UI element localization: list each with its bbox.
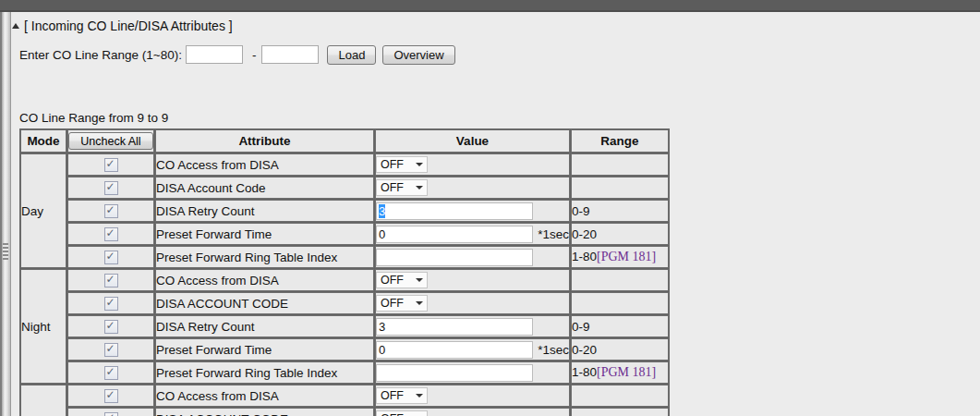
value-input[interactable]: 3	[376, 318, 533, 336]
range-text: 0-9	[572, 204, 590, 218]
range-cell: 1-80[PGM 181]	[571, 246, 669, 268]
header-attribute: Attribute	[155, 129, 374, 153]
value-cell	[375, 361, 570, 384]
checkbox-check-icon: ✓	[106, 319, 115, 332]
panel-title-row: [ Incoming CO Line/DISA Attributes ]	[12, 18, 980, 33]
table-row: ✓DISA ACCOUNT CODEOFF	[20, 408, 669, 416]
range-cell: 0-9	[571, 315, 669, 337]
value-cell: OFF	[375, 385, 570, 407]
range-text: 1-80	[572, 250, 597, 263]
main-panel: [ Incoming CO Line/DISA Attributes ] Ent…	[11, 12, 980, 416]
value-input[interactable]	[376, 249, 533, 266]
value-select[interactable]: OFF	[376, 295, 428, 312]
row-checkbox[interactable]: ✓	[104, 158, 118, 172]
range-entry-row: Enter CO Line Range (1~80): - Load Overv…	[19, 44, 980, 65]
table-row: ✓CO Access from DISAOFF	[20, 385, 669, 407]
value-cell: OFF	[375, 292, 570, 314]
value-cell	[375, 246, 570, 268]
checkbox-cell: ✓	[67, 153, 154, 176]
range-text: 1-80	[572, 365, 597, 379]
chevron-down-icon	[416, 278, 423, 282]
checkbox-check-icon: ✓	[106, 203, 115, 216]
table-row: Night✓CO Access from DISAOFF	[20, 269, 669, 291]
row-checkbox[interactable]: ✓	[104, 389, 118, 403]
checkbox-check-icon: ✓	[106, 226, 115, 239]
attribute-label: DISA ACCOUNT CODE	[155, 408, 374, 416]
value-input-text: 3	[379, 204, 385, 218]
header-uncheck: Uncheck All	[67, 129, 154, 153]
value-container: 3	[376, 202, 569, 220]
table-row: ✓DISA ACCOUNT CODEOFF	[20, 292, 669, 314]
pgm-link[interactable]: [PGM 181]	[597, 250, 656, 263]
overview-button[interactable]: Overview	[382, 45, 454, 65]
value-select-text: OFF	[381, 274, 404, 287]
range-cell: 1-80[PGM 181]	[571, 361, 669, 384]
value-select[interactable]: OFF	[376, 410, 428, 416]
table-row: ✓DISA Retry Count30-9	[20, 315, 669, 337]
value-select-text: OFF	[381, 389, 404, 402]
row-checkbox[interactable]: ✓	[104, 366, 118, 380]
range-cell	[571, 177, 669, 199]
value-cell: 3	[375, 315, 570, 337]
mode-cell: Day	[20, 153, 67, 268]
row-checkbox[interactable]: ✓	[104, 251, 118, 264]
value-suffix: *1sec	[538, 227, 569, 241]
value-container: 3	[376, 318, 569, 336]
range-to-input[interactable]	[261, 45, 319, 64]
range-from-input[interactable]	[186, 45, 243, 64]
value-select[interactable]: OFF	[376, 156, 428, 173]
value-container: 0*1sec	[376, 226, 569, 243]
value-input[interactable]: 0	[376, 226, 533, 243]
value-input[interactable]: 0	[376, 341, 533, 359]
row-checkbox[interactable]: ✓	[104, 343, 118, 357]
checkbox-cell: ✓	[67, 315, 154, 337]
panel-title: [ Incoming CO Line/DISA Attributes ]	[24, 18, 233, 33]
pgm-link[interactable]: [PGM 181]	[597, 365, 656, 379]
attribute-label: DISA Retry Count	[155, 200, 374, 222]
load-button[interactable]: Load	[327, 45, 376, 65]
range-cell: 0-9	[571, 200, 669, 222]
value-container: OFF	[376, 410, 569, 416]
value-select[interactable]: OFF	[376, 179, 428, 196]
attribute-label: Preset Forward Ring Table Index	[155, 361, 374, 384]
value-input-text: 0	[379, 343, 385, 357]
row-checkbox[interactable]: ✓	[104, 204, 118, 218]
splitter-grip-icon[interactable]	[3, 243, 8, 260]
table-row: ✓DISA Retry Count30-9	[20, 200, 669, 222]
value-input[interactable]: 3	[376, 202, 533, 220]
value-input[interactable]	[376, 364, 533, 382]
attribute-label: DISA Retry Count	[155, 315, 374, 337]
attribute-label: DISA Account Code	[155, 177, 374, 199]
row-checkbox[interactable]: ✓	[104, 320, 118, 334]
uncheck-all-button[interactable]: Uncheck All	[68, 132, 153, 150]
checkbox-cell: ✓	[67, 338, 154, 361]
attribute-label: Preset Forward Ring Table Index	[155, 246, 374, 268]
value-select[interactable]: OFF	[376, 272, 428, 288]
row-checkbox[interactable]: ✓	[104, 274, 118, 288]
table-row: ✓Preset Forward Time0*1sec0-20	[20, 223, 669, 245]
value-select[interactable]: OFF	[376, 387, 428, 404]
row-checkbox[interactable]: ✓	[104, 227, 118, 241]
row-checkbox[interactable]: ✓	[104, 412, 118, 416]
row-checkbox[interactable]: ✓	[104, 181, 118, 195]
attribute-label: Preset Forward Time	[155, 338, 374, 361]
row-checkbox[interactable]: ✓	[104, 297, 118, 311]
attribute-label: CO Access from DISA	[155, 385, 374, 407]
value-select-text: OFF	[381, 158, 404, 171]
value-container: OFF	[376, 156, 569, 173]
chevron-down-icon	[416, 394, 423, 398]
value-select-text: OFF	[381, 297, 404, 310]
checkbox-check-icon: ✓	[106, 411, 115, 416]
chevron-down-icon	[416, 301, 423, 305]
checkbox-check-icon: ✓	[106, 250, 115, 263]
chevron-down-icon	[416, 163, 423, 166]
value-select-text: OFF	[381, 181, 404, 194]
value-container: OFF	[376, 387, 569, 404]
range-cell	[571, 269, 669, 291]
table-row: ✓Preset Forward Time0*1sec0-20	[20, 338, 669, 361]
range-label: Enter CO Line Range (1~80):	[19, 48, 182, 62]
table-row: Day✓CO Access from DISAOFF	[20, 153, 669, 176]
checkbox-cell: ✓	[67, 385, 154, 407]
frame-splitter[interactable]	[2, 12, 11, 416]
collapse-arrow-icon[interactable]	[12, 23, 19, 29]
